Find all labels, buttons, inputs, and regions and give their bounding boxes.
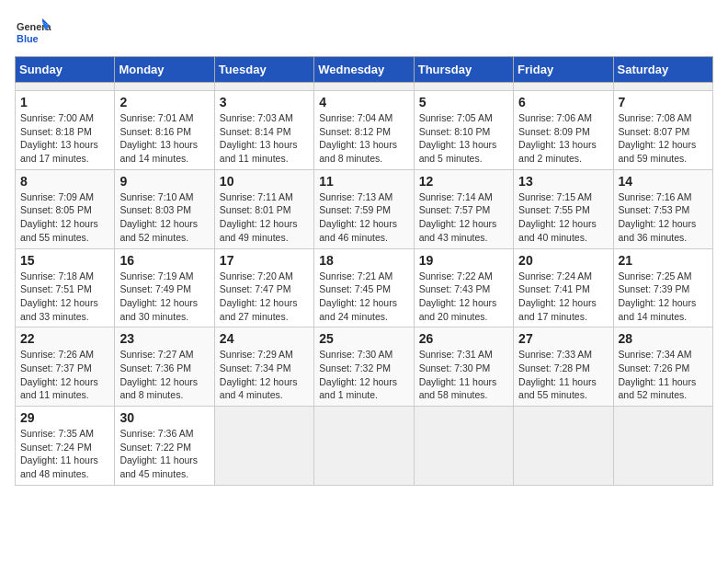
day-info: Sunrise: 7:16 AMSunset: 7:53 PMDaylight:… bbox=[619, 190, 708, 245]
day-number: 29 bbox=[20, 410, 109, 425]
calendar-cell bbox=[514, 83, 613, 91]
day-info: Sunrise: 7:26 AMSunset: 7:37 PMDaylight:… bbox=[20, 348, 109, 402]
calendar-cell: 18Sunrise: 7:21 AMSunset: 7:45 PMDayligh… bbox=[314, 248, 414, 327]
day-number: 25 bbox=[319, 331, 408, 346]
calendar-cell: 23Sunrise: 7:27 AMSunset: 7:36 PMDayligh… bbox=[115, 327, 214, 407]
day-info: Sunrise: 7:13 AMSunset: 7:59 PMDaylight:… bbox=[319, 190, 408, 245]
calendar-cell: 12Sunrise: 7:14 AMSunset: 7:57 PMDayligh… bbox=[414, 169, 513, 248]
day-number: 14 bbox=[619, 174, 708, 189]
calendar-cell: 2Sunrise: 7:01 AMSunset: 8:16 PMDaylight… bbox=[115, 91, 214, 170]
calendar-cell: 14Sunrise: 7:16 AMSunset: 7:53 PMDayligh… bbox=[613, 169, 712, 248]
calendar-cell: 25Sunrise: 7:30 AMSunset: 7:32 PMDayligh… bbox=[314, 327, 414, 407]
calendar-cell: 13Sunrise: 7:15 AMSunset: 7:55 PMDayligh… bbox=[514, 169, 613, 248]
calendar-cell: 15Sunrise: 7:18 AMSunset: 7:51 PMDayligh… bbox=[16, 248, 115, 327]
calendar-cell: 8Sunrise: 7:09 AMSunset: 8:05 PMDaylight… bbox=[16, 169, 115, 248]
day-number: 20 bbox=[518, 253, 608, 268]
calendar-cell bbox=[314, 407, 414, 486]
day-number: 11 bbox=[319, 174, 408, 189]
day-info: Sunrise: 7:18 AMSunset: 7:51 PMDaylight:… bbox=[20, 270, 109, 324]
calendar-cell bbox=[16, 83, 115, 91]
calendar-cell bbox=[414, 407, 513, 486]
calendar-cell: 17Sunrise: 7:20 AMSunset: 7:47 PMDayligh… bbox=[214, 248, 313, 327]
day-info: Sunrise: 7:04 AMSunset: 8:12 PMDaylight:… bbox=[319, 111, 408, 166]
day-info: Sunrise: 7:19 AMSunset: 7:49 PMDaylight:… bbox=[119, 270, 209, 324]
day-number: 19 bbox=[419, 253, 508, 268]
day-number: 6 bbox=[518, 95, 608, 109]
calendar-cell: 5Sunrise: 7:05 AMSunset: 8:10 PMDaylight… bbox=[414, 91, 513, 170]
day-info: Sunrise: 7:06 AMSunset: 8:09 PMDaylight:… bbox=[518, 111, 608, 166]
day-info: Sunrise: 7:20 AMSunset: 7:47 PMDaylight:… bbox=[220, 270, 309, 324]
day-info: Sunrise: 7:09 AMSunset: 8:05 PMDaylight:… bbox=[20, 190, 109, 245]
column-header-monday: Monday bbox=[115, 57, 214, 83]
calendar-cell: 24Sunrise: 7:29 AMSunset: 7:34 PMDayligh… bbox=[214, 327, 313, 407]
day-number: 30 bbox=[119, 410, 209, 425]
day-info: Sunrise: 7:00 AMSunset: 8:18 PMDaylight:… bbox=[20, 111, 109, 166]
calendar-cell bbox=[314, 83, 414, 91]
day-number: 2 bbox=[119, 95, 209, 109]
calendar-cell: 20Sunrise: 7:24 AMSunset: 7:41 PMDayligh… bbox=[514, 248, 613, 327]
calendar-cell: 28Sunrise: 7:34 AMSunset: 7:26 PMDayligh… bbox=[613, 327, 712, 407]
calendar-cell bbox=[514, 407, 613, 486]
day-info: Sunrise: 7:27 AMSunset: 7:36 PMDaylight:… bbox=[119, 348, 209, 402]
column-header-tuesday: Tuesday bbox=[214, 57, 313, 83]
day-info: Sunrise: 7:24 AMSunset: 7:41 PMDaylight:… bbox=[518, 270, 608, 324]
calendar-cell bbox=[613, 407, 712, 486]
day-number: 3 bbox=[220, 95, 309, 109]
day-number: 24 bbox=[220, 331, 309, 346]
day-number: 1 bbox=[20, 95, 109, 109]
calendar-cell: 22Sunrise: 7:26 AMSunset: 7:37 PMDayligh… bbox=[16, 327, 115, 407]
calendar-cell: 16Sunrise: 7:19 AMSunset: 7:49 PMDayligh… bbox=[115, 248, 214, 327]
day-info: Sunrise: 7:36 AMSunset: 7:22 PMDaylight:… bbox=[119, 427, 209, 481]
day-info: Sunrise: 7:30 AMSunset: 7:32 PMDaylight:… bbox=[319, 348, 408, 402]
day-number: 22 bbox=[20, 331, 109, 346]
calendar-cell: 6Sunrise: 7:06 AMSunset: 8:09 PMDaylight… bbox=[514, 91, 613, 170]
day-info: Sunrise: 7:31 AMSunset: 7:30 PMDaylight:… bbox=[419, 348, 508, 402]
day-info: Sunrise: 7:10 AMSunset: 8:03 PMDaylight:… bbox=[119, 190, 209, 245]
calendar-cell: 9Sunrise: 7:10 AMSunset: 8:03 PMDaylight… bbox=[115, 169, 214, 248]
day-number: 9 bbox=[119, 174, 209, 189]
day-info: Sunrise: 7:05 AMSunset: 8:10 PMDaylight:… bbox=[419, 111, 508, 166]
day-number: 16 bbox=[119, 253, 209, 268]
day-number: 13 bbox=[518, 174, 608, 189]
day-number: 27 bbox=[518, 331, 608, 346]
day-info: Sunrise: 7:34 AMSunset: 7:26 PMDaylight:… bbox=[619, 348, 708, 402]
calendar-cell bbox=[214, 407, 313, 486]
day-info: Sunrise: 7:01 AMSunset: 8:16 PMDaylight:… bbox=[119, 111, 209, 166]
calendar-cell: 30Sunrise: 7:36 AMSunset: 7:22 PMDayligh… bbox=[115, 407, 214, 486]
calendar-cell: 19Sunrise: 7:22 AMSunset: 7:43 PMDayligh… bbox=[414, 248, 513, 327]
calendar-cell: 7Sunrise: 7:08 AMSunset: 8:07 PMDaylight… bbox=[613, 91, 712, 170]
calendar-cell: 21Sunrise: 7:25 AMSunset: 7:39 PMDayligh… bbox=[613, 248, 712, 327]
day-number: 26 bbox=[419, 331, 508, 346]
calendar-cell: 4Sunrise: 7:04 AMSunset: 8:12 PMDaylight… bbox=[314, 91, 414, 170]
column-header-saturday: Saturday bbox=[613, 57, 712, 83]
calendar-cell: 11Sunrise: 7:13 AMSunset: 7:59 PMDayligh… bbox=[314, 169, 414, 248]
day-number: 5 bbox=[419, 95, 508, 109]
logo: General Blue bbox=[15, 15, 55, 47]
day-info: Sunrise: 7:35 AMSunset: 7:24 PMDaylight:… bbox=[20, 427, 109, 481]
calendar-cell bbox=[115, 83, 214, 91]
calendar-cell: 26Sunrise: 7:31 AMSunset: 7:30 PMDayligh… bbox=[414, 327, 513, 407]
day-number: 12 bbox=[419, 174, 508, 189]
calendar-cell bbox=[613, 83, 712, 91]
page-header: General Blue bbox=[15, 15, 713, 47]
day-info: Sunrise: 7:25 AMSunset: 7:39 PMDaylight:… bbox=[619, 270, 708, 324]
calendar-cell: 3Sunrise: 7:03 AMSunset: 8:14 PMDaylight… bbox=[214, 91, 313, 170]
day-info: Sunrise: 7:21 AMSunset: 7:45 PMDaylight:… bbox=[319, 270, 408, 324]
calendar-cell: 29Sunrise: 7:35 AMSunset: 7:24 PMDayligh… bbox=[16, 407, 115, 486]
day-number: 10 bbox=[220, 174, 309, 189]
day-number: 4 bbox=[319, 95, 408, 109]
column-header-thursday: Thursday bbox=[414, 57, 513, 83]
day-number: 7 bbox=[619, 95, 708, 109]
day-number: 21 bbox=[619, 253, 708, 268]
day-info: Sunrise: 7:33 AMSunset: 7:28 PMDaylight:… bbox=[518, 348, 608, 402]
day-number: 23 bbox=[119, 331, 209, 346]
day-number: 8 bbox=[20, 174, 109, 189]
day-info: Sunrise: 7:15 AMSunset: 7:55 PMDaylight:… bbox=[518, 190, 608, 245]
calendar-cell bbox=[214, 83, 313, 91]
day-info: Sunrise: 7:11 AMSunset: 8:01 PMDaylight:… bbox=[220, 190, 309, 245]
day-info: Sunrise: 7:03 AMSunset: 8:14 PMDaylight:… bbox=[220, 111, 309, 166]
day-number: 18 bbox=[319, 253, 408, 268]
day-info: Sunrise: 7:29 AMSunset: 7:34 PMDaylight:… bbox=[220, 348, 309, 402]
svg-text:Blue: Blue bbox=[17, 33, 39, 44]
calendar-cell: 10Sunrise: 7:11 AMSunset: 8:01 PMDayligh… bbox=[214, 169, 313, 248]
